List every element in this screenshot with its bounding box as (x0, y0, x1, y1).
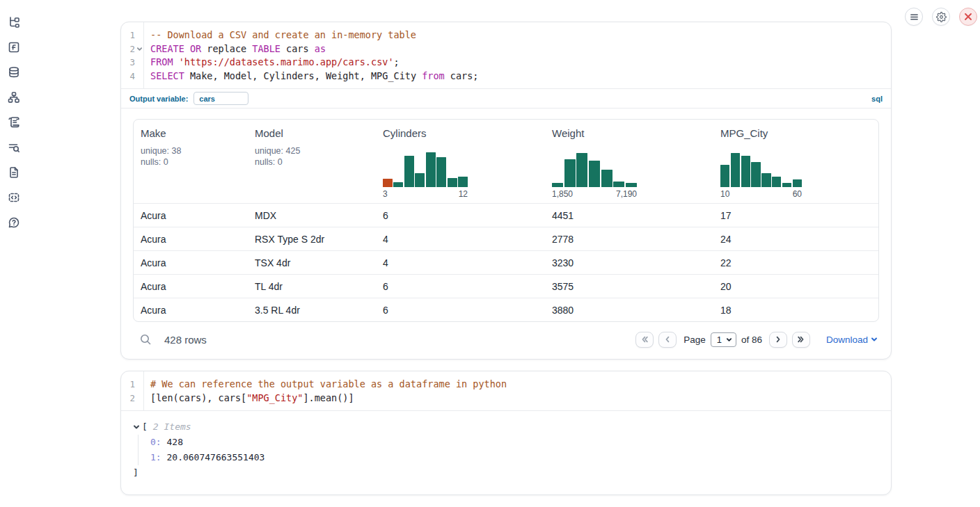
settings-button[interactable] (932, 8, 950, 26)
histogram-bar (383, 179, 393, 187)
gutter-divider (143, 371, 144, 410)
histogram-bar (741, 156, 750, 187)
histogram-bar (436, 157, 446, 187)
column-header-cylinders[interactable]: Cylinders312 (376, 120, 545, 203)
histogram-bar (731, 153, 740, 187)
tree-entry-value: 20.060747663551403 (161, 452, 265, 462)
fold-chevron-icon[interactable] (135, 42, 143, 56)
table-cell: 17 (713, 210, 878, 221)
column-name: Model (255, 127, 369, 139)
help-icon[interactable] (8, 216, 20, 229)
table-row: AcuraRSX Type S 2dr4277824 (134, 227, 878, 250)
column-stat: nulls: 0 (255, 156, 369, 168)
table-cell: 3880 (545, 305, 713, 316)
previous-page-button[interactable] (658, 332, 677, 348)
histogram-bar (751, 162, 760, 187)
open-bracket: [ (142, 419, 148, 435)
code-text: [len(cars), cars["MPG_City"].mean()] (143, 392, 354, 405)
line-number: 4 (121, 70, 135, 83)
histogram-bar (415, 173, 425, 187)
column-histogram: 312 (383, 150, 468, 199)
page-select[interactable]: 1 (711, 332, 736, 347)
column-name: Make (141, 127, 241, 139)
column-name: MPG_City (720, 127, 871, 139)
shutdown-button[interactable] (959, 8, 977, 26)
table-cell: 4 (376, 234, 545, 245)
tree-children: 0: 4281: 20.060747663551403 (138, 435, 879, 465)
fold-slot (135, 56, 143, 70)
first-page-button[interactable] (635, 332, 654, 348)
variables-icon[interactable] (8, 41, 20, 54)
last-page-button[interactable] (792, 332, 810, 348)
histogram-bar (720, 165, 729, 187)
column-stat: unique: 38 (141, 145, 241, 156)
table-cell: TSX 4dr (248, 257, 376, 268)
sql-cell: 1-- Download a CSV and create an in-memo… (120, 22, 892, 360)
collapse-caret-icon[interactable] (133, 424, 140, 430)
scratchpad-icon[interactable] (8, 116, 20, 129)
notebook-actions (905, 8, 977, 26)
documentation-icon[interactable] (8, 166, 20, 179)
code-text: FROM 'https://datasets.marimo.app/cars.c… (143, 56, 400, 70)
histogram-max-label: 60 (793, 189, 802, 199)
histogram-bar (613, 182, 624, 187)
language-badge[interactable]: sql (871, 95, 883, 103)
table-cell: 24 (713, 234, 878, 245)
logs-icon[interactable] (8, 141, 20, 154)
histogram-bar (793, 179, 802, 187)
page-label: Page (683, 335, 706, 345)
output-variable-input[interactable] (193, 92, 248, 105)
column-header-mpg_city[interactable]: MPG_City1060 (713, 120, 878, 203)
table-row: AcuraTSX 4dr4323022 (134, 250, 878, 274)
download-button[interactable]: Download (826, 335, 878, 345)
python-cell-output: [ 2 Items 0: 4281: 20.060747663551403 ] (121, 411, 891, 494)
histogram-bar (761, 173, 770, 187)
fold-slot (135, 378, 143, 392)
code-line: 2[len(cars), cars["MPG_City"].mean()] (121, 392, 891, 405)
table-cell: 20 (713, 281, 878, 292)
histogram-min-label: 3 (383, 189, 388, 199)
table-cell: Acura (134, 234, 248, 245)
column-name: Cylinders (383, 127, 538, 139)
file-tree-icon[interactable] (8, 16, 20, 29)
page-total-label: of 86 (741, 335, 762, 345)
histogram-bar (626, 183, 637, 187)
column-header-weight[interactable]: Weight1,8507,190 (545, 120, 713, 203)
line-number: 1 (121, 29, 135, 42)
histogram-bar (782, 183, 791, 187)
python-code-editor[interactable]: 1# We can reference the output variable … (121, 371, 891, 411)
table-cell: 3230 (545, 257, 713, 268)
table-cell: 6 (376, 281, 545, 292)
column-header-make[interactable]: Makeunique: 38nulls: 0 (134, 120, 248, 203)
histogram-bar (552, 183, 563, 187)
line-number: 2 (121, 392, 135, 405)
dependency-graph-icon[interactable] (8, 91, 20, 104)
download-label: Download (826, 335, 868, 345)
column-header-model[interactable]: Modelunique: 425nulls: 0 (248, 120, 376, 203)
datasources-icon[interactable] (8, 66, 20, 79)
histogram-bar (458, 177, 468, 187)
column-histogram: 1060 (720, 150, 802, 199)
search-icon[interactable] (139, 333, 152, 346)
code-text: # We can reference the output variable a… (143, 378, 507, 392)
table-cell: 6 (376, 305, 545, 316)
snippets-icon[interactable] (8, 191, 20, 204)
histogram-bar (426, 152, 436, 187)
table-cell: 18 (713, 305, 878, 316)
histogram-bar (404, 156, 414, 187)
line-number: 3 (121, 56, 135, 70)
histogram-bar (576, 153, 587, 187)
output-variable-label: Output variable: (129, 95, 188, 103)
table-cell: 2778 (545, 234, 713, 245)
sql-code-editor[interactable]: 1-- Download a CSV and create an in-memo… (121, 22, 891, 88)
table-cell: Acura (134, 305, 248, 316)
code-text: -- Download a CSV and create an in-memor… (143, 29, 416, 42)
column-name: Weight (552, 127, 706, 139)
histogram-max-label: 12 (459, 189, 468, 199)
next-page-button[interactable] (769, 332, 787, 348)
chevron-down-icon (871, 336, 878, 343)
menu-button[interactable] (905, 8, 923, 26)
histogram-bar (772, 177, 781, 187)
table-body: AcuraMDX6445117AcuraRSX Type S 2dr427782… (134, 203, 878, 321)
table-cell: MDX (248, 210, 376, 221)
